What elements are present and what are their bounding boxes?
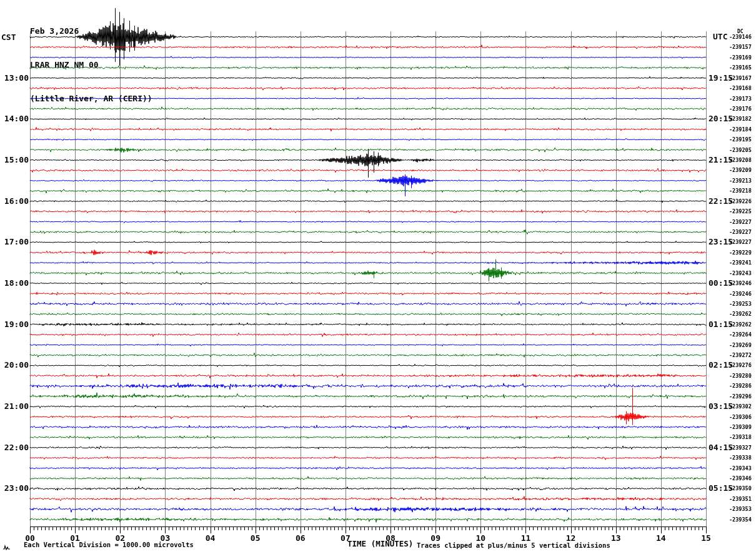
dc-value: -239302 — [729, 404, 752, 410]
left-hour-label: 22:00 — [0, 443, 29, 452]
dc-value: -239262 — [729, 322, 752, 328]
x-tick-label: 05 — [251, 533, 261, 543]
title-date: Feb 3,2026 — [30, 26, 152, 36]
dc-value: -239157 — [729, 44, 752, 50]
dc-value: -239195 — [729, 137, 752, 143]
dc-value: -239227 — [729, 239, 752, 245]
dc-value: -239205 — [729, 148, 752, 153]
left-hour-label: 13:00 — [0, 74, 29, 83]
dc-value: -239146 — [729, 34, 752, 40]
title-location: (Little River, AR (CERI)) — [30, 94, 152, 104]
x-tick-label: 06 — [296, 533, 306, 543]
dc-value: -239169 — [729, 55, 752, 61]
clip-note: Traces clipped at plus/minus 5 vertical … — [417, 541, 610, 549]
left-hour-label: 17:00 — [0, 238, 29, 246]
dc-value: -239346 — [729, 476, 752, 481]
dc-value: -239272 — [729, 353, 752, 358]
helicorder-page: Feb 3,2026 LRAR HNZ NM 00 (Little River,… — [0, 0, 756, 554]
dc-value: -239286 — [729, 383, 752, 389]
left-hour-label: 14:00 — [0, 114, 29, 123]
dc-value: -239253 — [729, 301, 752, 307]
dc-value: -239184 — [729, 127, 752, 133]
dc-value: -239173 — [729, 96, 752, 102]
dc-value: -239343 — [729, 466, 752, 471]
x-axis-title: TIME (MINUTES) — [347, 539, 413, 548]
right-axis-label: UTC — [713, 32, 727, 41]
dc-value: -239168 — [729, 86, 752, 91]
left-axis-label: CST — [1, 33, 16, 42]
dc-value: -239226 — [729, 199, 752, 204]
dc-value: -239246 — [729, 281, 752, 286]
x-tick-label: 13 — [611, 533, 621, 543]
title-block: Feb 3,2026 LRAR HNZ NM 00 (Little River,… — [30, 3, 152, 128]
dc-value: -239227 — [729, 229, 752, 235]
seismic-wiggle-icon — [3, 545, 11, 550]
dc-value: -239262 — [729, 311, 752, 317]
x-tick-label: 15 — [701, 533, 711, 543]
left-hour-label: 18:00 — [0, 279, 29, 288]
dc-value: -239350 — [729, 486, 752, 491]
dc-value: -239243 — [729, 271, 752, 276]
dc-value: -239306 — [729, 415, 752, 420]
vertical-division-note: Each Vertical Division = 1000.00 microvo… — [24, 541, 194, 548]
dc-value: -239225 — [729, 209, 752, 214]
dc-value: -239264 — [729, 332, 752, 338]
x-tick-label: 14 — [656, 533, 666, 543]
dc-value: -239280 — [729, 373, 752, 379]
dc-value: -239167 — [729, 76, 752, 81]
dc-value: -239327 — [729, 445, 752, 451]
left-hour-label: 19:00 — [0, 320, 29, 329]
left-hour-label: 23:00 — [0, 484, 29, 493]
dc-value: -239318 — [729, 435, 752, 440]
dc-value: -239213 — [729, 178, 752, 184]
dc-value: -239338 — [729, 455, 752, 461]
dc-value: -239209 — [729, 168, 752, 173]
dc-value: -239309 — [729, 425, 752, 430]
dc-value: -239176 — [729, 106, 752, 112]
dc-value: -239353 — [729, 506, 752, 512]
title-station: LRAR HNZ NM 00 — [30, 60, 152, 70]
left-hour-label: 16:00 — [0, 197, 29, 206]
dc-value: -239227 — [729, 219, 752, 225]
dc-value: -239241 — [729, 260, 752, 266]
dc-value: -239296 — [729, 394, 752, 400]
x-tick-label: 04 — [206, 533, 216, 543]
left-hour-label: 15:00 — [0, 156, 29, 164]
left-hour-label: 20:00 — [0, 361, 29, 370]
dc-value: -239182 — [729, 116, 752, 122]
dc-value: -239269 — [729, 343, 752, 348]
dc-value: -239229 — [729, 250, 752, 256]
dc-value: -239354 — [729, 517, 752, 523]
dc-value: -239276 — [729, 363, 752, 368]
left-hour-label: 21:00 — [0, 402, 29, 411]
dc-value: -239246 — [729, 291, 752, 297]
dc-value: -239208 — [729, 158, 752, 163]
dc-value: -239165 — [729, 65, 752, 71]
dc-value: -239351 — [729, 496, 752, 502]
dc-value: -239218 — [729, 188, 752, 194]
